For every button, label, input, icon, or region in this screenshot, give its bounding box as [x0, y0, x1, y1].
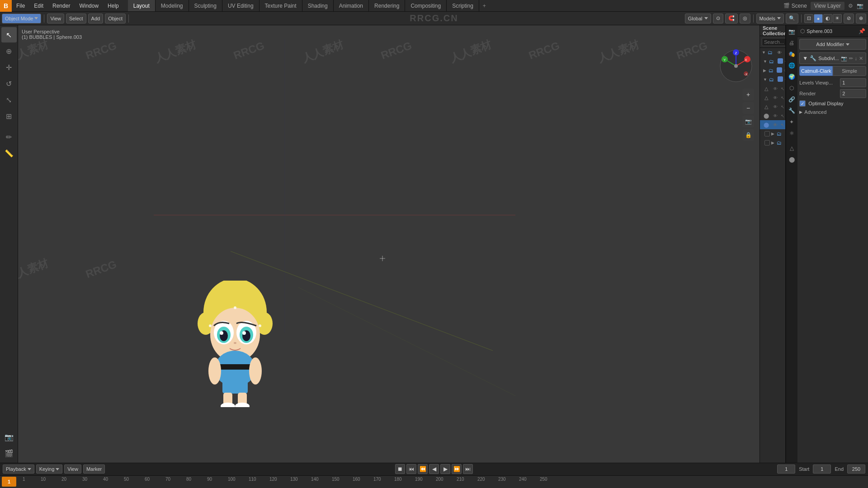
select-tool-btn[interactable]: ↖: [1, 27, 17, 42]
render-region-btn[interactable]: 🎬: [1, 446, 17, 461]
measure-tool-btn[interactable]: 📏: [1, 145, 17, 161]
tab-texture-paint[interactable]: Texture Paint: [259, 0, 302, 11]
outliner-item-bubbles[interactable]: ▼ 🗂 BUBBLES 👁 📷: [760, 75, 785, 84]
select-icon[interactable]: ↖: [779, 94, 785, 101]
transform-tool-btn[interactable]: ⊞: [1, 108, 17, 124]
view-menu[interactable]: View: [47, 14, 64, 23]
catmull-clark-btn[interactable]: Catmull-Clark: [799, 66, 833, 76]
zoom-out-btn[interactable]: −: [742, 102, 754, 114]
mode-dropdown[interactable]: Object Mode: [2, 14, 41, 23]
playback-btn[interactable]: Playback: [3, 465, 34, 474]
play-btn[interactable]: ▶: [440, 464, 450, 474]
outliner-search[interactable]: [762, 38, 785, 46]
tab-animation[interactable]: Animation: [334, 0, 369, 11]
menu-edit[interactable]: Edit: [29, 0, 48, 11]
prev-frame-btn[interactable]: ⏪: [418, 464, 428, 474]
visibility-checkbox[interactable]: [777, 67, 782, 73]
scale-tool-btn[interactable]: ⤡: [1, 92, 17, 108]
modifier-tab[interactable]: 🔧: [786, 105, 797, 116]
stop-btn[interactable]: ⏹: [395, 464, 405, 474]
select-icon[interactable]: ↖: [779, 113, 785, 119]
render-tab[interactable]: 📷: [786, 26, 797, 37]
eye-icon[interactable]: 👁: [772, 85, 778, 92]
viewport[interactable]: 人人素材 RRCG 人人素材 RRCG 人人素材 RRCG 人人素材 RRCG …: [18, 25, 760, 463]
tab-layout[interactable]: Layout: [128, 0, 156, 11]
scene-tab[interactable]: 🌐: [786, 60, 797, 71]
visibility-checkbox[interactable]: [778, 58, 783, 64]
end-frame-input[interactable]: 250: [847, 465, 865, 474]
snap-btn[interactable]: 🧲: [725, 14, 738, 23]
current-frame-display[interactable]: 1: [777, 465, 795, 474]
material-btn[interactable]: ◐: [823, 14, 832, 23]
jump-end-btn[interactable]: ⏭: [463, 464, 473, 474]
tab-scripting[interactable]: Scripting: [447, 0, 479, 11]
rendered-btn[interactable]: ☀: [833, 14, 842, 23]
pin-icon[interactable]: 📌: [859, 28, 865, 34]
outliner-item-cylinder[interactable]: △ Cylinder 👁 ↖ 📷: [760, 84, 785, 93]
menu-help[interactable]: Help: [103, 0, 123, 11]
overlay-btn[interactable]: ⊘: [844, 14, 854, 23]
eye-icon[interactable]: 👁: [772, 94, 778, 101]
add-workspace-button[interactable]: +: [479, 0, 490, 11]
outliner-item-reference[interactable]: ▶ 🗂 REFERENCE 👁 📷: [760, 66, 785, 75]
object-props-tab[interactable]: ⬡: [786, 83, 797, 94]
rotate-tool-btn[interactable]: ↺: [1, 76, 17, 91]
eye-icon[interactable]: 👁: [772, 122, 778, 128]
select-icon[interactable]: ↖: [779, 85, 785, 92]
view-layer-indicator[interactable]: View Layer: [811, 2, 844, 10]
gizmo-btn[interactable]: ⊕: [856, 14, 866, 23]
modifier-down-icon[interactable]: ↓: [855, 56, 858, 61]
outliner-item-cylinder001[interactable]: △ Cylinder.001 👁 ↖ 📷: [760, 93, 785, 102]
outliner-item-sphere[interactable]: ⬤ Sphere 👁 ↖ 📷: [760, 111, 785, 120]
annotate-tool-btn[interactable]: ✏: [1, 129, 17, 145]
scene-indicator[interactable]: 🎬 Scene: [783, 3, 807, 9]
proportional-btn[interactable]: ◎: [740, 14, 750, 23]
jump-start-btn[interactable]: ⏮: [406, 464, 416, 474]
object-menu[interactable]: Object: [105, 14, 126, 23]
eye-icon[interactable]: 👁: [772, 113, 778, 119]
reverse-play-btn[interactable]: ◀: [429, 464, 439, 474]
camera-btn[interactable]: 📷: [742, 116, 754, 127]
particles-tab[interactable]: ✦: [786, 117, 797, 127]
outliner-item-sphere003[interactable]: ⬤ Sphere.003 👁 ↖ 📷: [760, 120, 785, 129]
models-dropdown[interactable]: Models: [756, 14, 784, 23]
view-btn[interactable]: View: [64, 465, 81, 474]
output-tab[interactable]: 🖨: [786, 38, 797, 48]
physics-tab[interactable]: ⚛: [786, 128, 797, 139]
lock-btn[interactable]: 🔒: [742, 129, 754, 141]
advanced-toggle[interactable]: ▶ Advanced: [799, 108, 866, 117]
pivot-btn[interactable]: ⊙: [713, 14, 723, 23]
visibility-checkbox[interactable]: [764, 140, 770, 145]
tab-rendering[interactable]: Rendering: [369, 0, 405, 11]
constraint-tab[interactable]: 🔗: [786, 94, 797, 105]
simple-btn[interactable]: Simple: [833, 66, 866, 76]
next-frame-btn[interactable]: ⏩: [452, 464, 462, 474]
modifier-camera-icon[interactable]: 📷: [841, 56, 847, 61]
tab-modeling[interactable]: Modeling: [156, 0, 189, 11]
tab-compositing[interactable]: Compositing: [405, 0, 447, 11]
select-menu[interactable]: Select: [66, 14, 86, 23]
outliner-item-buttercup[interactable]: ▶ 🗂 BUTTERCUP: [760, 129, 785, 138]
tab-sculpting[interactable]: Sculpting: [189, 0, 222, 11]
zoom-in-btn[interactable]: +: [742, 89, 754, 100]
select-icon[interactable]: ↖: [779, 122, 785, 128]
modifier-expand-toggle[interactable]: ▼: [802, 55, 808, 61]
add-menu[interactable]: Add: [88, 14, 104, 23]
eye-icon[interactable]: 👁: [772, 103, 778, 110]
render-input[interactable]: 2: [840, 89, 866, 98]
keying-btn[interactable]: Keying: [36, 465, 63, 474]
transform-global[interactable]: Global: [685, 14, 711, 23]
levels-viewport-input[interactable]: 1: [840, 78, 866, 87]
search-btn[interactable]: 🔍: [786, 14, 798, 23]
menu-render[interactable]: Render: [48, 0, 75, 11]
object-data-tab[interactable]: △: [786, 143, 797, 154]
menu-window[interactable]: Window: [75, 0, 103, 11]
menu-file[interactable]: File: [12, 0, 29, 11]
axis-gizmo[interactable]: X Y Z -X: [718, 48, 754, 84]
move-tool-btn[interactable]: ✛: [1, 60, 17, 75]
tab-uv-editing[interactable]: UV Editing: [222, 0, 259, 11]
start-frame-input[interactable]: 1: [813, 465, 831, 474]
modifier-edit-icon[interactable]: ✏: [849, 56, 853, 61]
optimal-display-checkbox[interactable]: ✓: [799, 100, 806, 107]
material-tab[interactable]: ⬤: [786, 154, 797, 165]
